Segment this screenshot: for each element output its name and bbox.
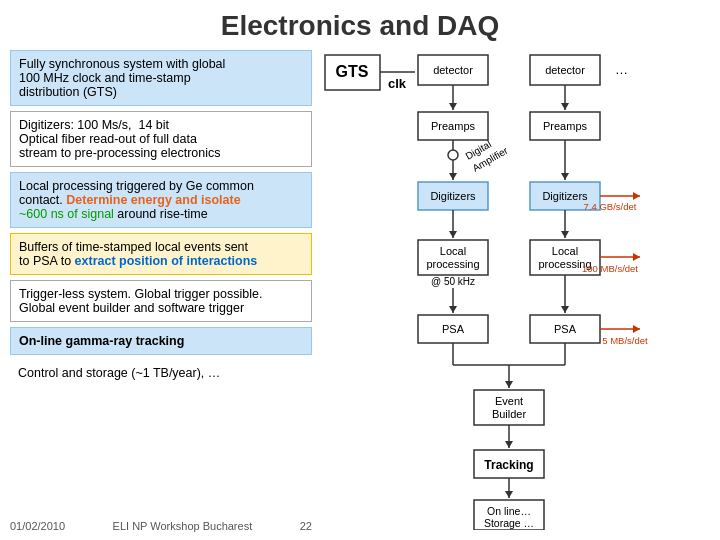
local-proc1b-label: processing: [426, 258, 479, 270]
box-tracking: On-line gamma-ray tracking: [10, 327, 312, 355]
box-buffers: Buffers of time-stamped local events sen…: [10, 233, 312, 275]
svg-marker-35: [633, 325, 640, 333]
detector2-label: detector: [545, 64, 585, 76]
svg-marker-21: [449, 231, 457, 238]
preamps1-label: Preamps: [431, 120, 476, 132]
rate3-label: 5 MB/s/det: [602, 335, 648, 346]
online-storage-label: On line…: [487, 505, 531, 517]
svg-marker-29: [449, 306, 457, 313]
svg-point-10: [448, 150, 458, 160]
svg-marker-43: [505, 441, 513, 448]
svg-marker-31: [561, 306, 569, 313]
text-extract: extract position of interactions: [75, 254, 258, 268]
box-trigger: Trigger-less system. Global trigger poss…: [10, 280, 312, 322]
footer-page: 22: [300, 520, 312, 532]
digitizers1-label: Digitizers: [430, 190, 476, 202]
svg-marker-5: [449, 103, 457, 110]
tracking-label: Tracking: [484, 458, 533, 472]
box-digitizers: Digitizers: 100 Ms/s, 14 bit Optical fib…: [10, 111, 312, 167]
daq-diagram: GTS clk detector detector … Preamps: [320, 50, 710, 534]
box-local-proc: Local processing triggered by Ge common …: [10, 172, 312, 228]
footer: 01/02/2010 ELI NP Workshop Bucharest 22: [10, 518, 312, 534]
page-title: Electronics and DAQ: [0, 0, 720, 50]
local-proc2-label: Local: [552, 245, 578, 257]
svg-marker-19: [633, 192, 640, 200]
svg-marker-27: [633, 253, 640, 261]
clk-label: clk: [388, 76, 407, 91]
rate1-label: 7.4 GB/s/det: [584, 201, 637, 212]
freq-label: @ 50 kHz: [431, 276, 475, 287]
box-storage: Control and storage (~1 TB/year), …: [10, 360, 312, 386]
psa2-label: PSA: [554, 323, 577, 335]
event-builder-b-label: Builder: [492, 408, 527, 420]
text-600ns: ~600 ns of signal: [19, 207, 114, 221]
left-column: Fully synchronous system with global 100…: [10, 50, 312, 534]
storage-label: Storage …: [484, 517, 534, 529]
box-gts: Fully synchronous system with global 100…: [10, 50, 312, 106]
text-determine: Determine energy and isolate: [66, 193, 240, 207]
footer-event: ELI NP Workshop Bucharest: [113, 520, 253, 532]
svg-marker-23: [561, 231, 569, 238]
gts-label: GTS: [336, 63, 369, 80]
preamps2-label: Preamps: [543, 120, 588, 132]
psa1-label: PSA: [442, 323, 465, 335]
svg-marker-40: [505, 381, 513, 388]
local-proc1-label: Local: [440, 245, 466, 257]
digitizers2-label: Digitizers: [542, 190, 588, 202]
svg-marker-7: [561, 103, 569, 110]
svg-marker-15: [561, 173, 569, 180]
rate2-label: 100 MB/s/det: [582, 263, 638, 274]
footer-date: 01/02/2010: [10, 520, 65, 532]
svg-marker-13: [449, 173, 457, 180]
ellipsis: …: [615, 62, 628, 77]
svg-marker-46: [505, 491, 513, 498]
detector1-label: detector: [433, 64, 473, 76]
event-builder-label: Event: [495, 395, 523, 407]
